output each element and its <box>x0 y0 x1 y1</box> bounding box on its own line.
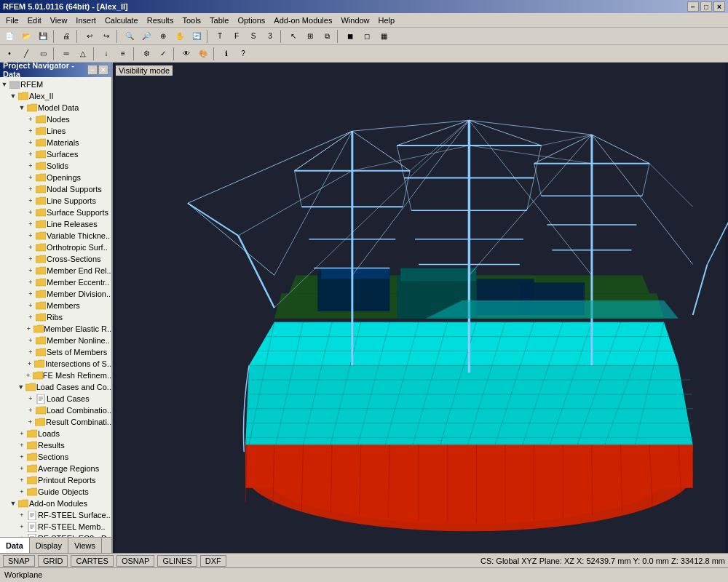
tree-toggle[interactable]: + <box>25 325 33 332</box>
tree-toggle[interactable]: + <box>26 186 35 193</box>
tree-toggle[interactable]: + <box>26 197 35 204</box>
node-btn[interactable]: • <box>1 47 17 61</box>
nav-title-buttons[interactable]: − × <box>87 65 108 75</box>
tree-toggle[interactable]: + <box>17 477 26 484</box>
help-btn[interactable]: ? <box>235 47 251 61</box>
tree-toggle[interactable]: + <box>26 232 35 239</box>
tree-item[interactable]: +Members <box>0 300 111 311</box>
nav-minimize-btn[interactable]: − <box>87 65 98 75</box>
tree-item[interactable]: +Load Cases <box>0 393 111 404</box>
menu-item-calculate[interactable]: Calculate <box>100 15 143 25</box>
tree-toggle[interactable]: ▼ <box>17 104 26 111</box>
tree-toggle[interactable]: + <box>26 220 35 228</box>
surface-btn[interactable]: ▭ <box>35 47 51 61</box>
viewport[interactable]: Visibility mode <box>113 63 728 553</box>
tree-toggle[interactable]: + <box>26 139 35 146</box>
pan-button[interactable]: ✋ <box>172 29 188 44</box>
tree-item[interactable]: ▼Add-on Modules <box>0 498 111 509</box>
view-top[interactable]: T <box>212 29 228 44</box>
tree-item[interactable]: +Result Combinati.. <box>0 416 111 428</box>
member-btn[interactable]: ═ <box>58 47 74 61</box>
shaded-button[interactable]: ▦ <box>376 29 392 44</box>
menu-item-options[interactable]: Options <box>233 15 269 25</box>
select-button[interactable]: ↖ <box>285 29 301 44</box>
menu-item-results[interactable]: Results <box>143 15 178 25</box>
tree-toggle[interactable]: + <box>26 302 35 309</box>
tree-item[interactable]: +Member End Rel.. <box>0 265 111 276</box>
tree-item[interactable]: ▼Model Data <box>0 102 111 113</box>
tree-toggle[interactable]: + <box>17 511 26 519</box>
view-front[interactable]: F <box>229 29 245 44</box>
tree-item[interactable]: +FE Mesh Refinem.. <box>0 370 111 381</box>
tree-item[interactable]: +Guide Objects <box>0 486 111 498</box>
support-btn[interactable]: △ <box>75 47 91 61</box>
menu-item-insert[interactable]: Insert <box>71 15 100 25</box>
tree-item[interactable]: +Loads <box>0 428 111 439</box>
tree-item[interactable]: +Ribs <box>0 311 111 323</box>
nav-close-btn[interactable]: × <box>98 65 108 75</box>
tree-item[interactable]: +Member Nonline.. <box>0 335 111 346</box>
close-button[interactable]: × <box>713 1 725 12</box>
tree-toggle[interactable]: + <box>17 442 26 449</box>
tree-item[interactable]: +Sets of Members <box>0 346 111 358</box>
dxf-button[interactable]: DXF <box>200 555 226 567</box>
tree-item[interactable]: +Lines <box>0 125 111 137</box>
tree-toggle[interactable]: + <box>26 290 35 298</box>
tree-item[interactable]: +Surface Supports <box>0 207 111 218</box>
tree-item[interactable]: +Solids <box>0 160 111 172</box>
tree-item[interactable]: +Variable Thickne.. <box>0 230 111 242</box>
tree-item[interactable]: +Surfaces <box>0 148 111 160</box>
tree-toggle[interactable]: + <box>26 116 35 123</box>
tree-item[interactable]: +Cross-Sections <box>0 253 111 265</box>
copy-button[interactable]: ⧉ <box>319 29 335 44</box>
glines-button[interactable]: GLINES <box>157 555 197 567</box>
tree-toggle[interactable]: + <box>26 348 35 356</box>
tree-toggle[interactable]: + <box>17 453 26 461</box>
menu-item-table[interactable]: Table <box>205 15 233 25</box>
rotate-button[interactable]: 🔄 <box>189 29 205 44</box>
tree-item[interactable]: +Openings <box>0 172 111 183</box>
wire-button[interactable]: ◻ <box>359 29 375 44</box>
move-button[interactable]: ⊞ <box>302 29 318 44</box>
tree-toggle[interactable]: + <box>26 162 35 170</box>
tree-toggle[interactable]: ▼ <box>9 500 17 507</box>
tab-views[interactable]: Views <box>68 538 102 553</box>
tree-item[interactable]: ▼Alex_II <box>0 90 111 102</box>
tree-toggle[interactable]: + <box>25 360 34 367</box>
tree-item[interactable]: +Member Division.. <box>0 288 111 300</box>
save-button[interactable]: 💾 <box>35 29 51 44</box>
tree-toggle[interactable]: + <box>26 418 35 426</box>
tree-item[interactable]: ▼Load Cases and Co.. <box>0 381 111 393</box>
tree-item[interactable]: +Member Elastic R.. <box>0 323 111 335</box>
tree-item[interactable]: +RF-STEEL Surface.. <box>0 509 111 521</box>
tree-toggle[interactable]: + <box>17 523 26 530</box>
tree-toggle[interactable]: + <box>17 488 26 495</box>
zoom-out-button[interactable]: 🔎 <box>138 29 154 44</box>
tree-toggle[interactable]: ▼ <box>17 383 25 391</box>
grid-button[interactable]: GRID <box>38 555 68 567</box>
color-btn[interactable]: 🎨 <box>195 47 211 61</box>
tree-toggle[interactable]: + <box>26 337 35 344</box>
tab-data[interactable]: Data <box>0 538 30 553</box>
undo-button[interactable]: ↩ <box>82 29 98 44</box>
tree-toggle[interactable]: + <box>17 430 26 437</box>
tree-item[interactable]: +Results <box>0 439 111 451</box>
menu-item-tools[interactable]: Tools <box>178 15 205 25</box>
tree-toggle[interactable]: + <box>26 267 35 274</box>
menu-item-view[interactable]: View <box>46 15 72 25</box>
minimize-button[interactable]: − <box>687 1 699 12</box>
tree-toggle[interactable]: + <box>24 372 32 379</box>
tree-toggle[interactable]: ▼ <box>9 92 17 100</box>
tree-item[interactable]: +Line Supports <box>0 195 111 207</box>
tree-toggle[interactable]: + <box>17 465 26 472</box>
tree-toggle[interactable]: + <box>26 151 35 158</box>
info-btn[interactable]: ℹ <box>218 47 234 61</box>
load-btn[interactable]: ↓ <box>98 47 114 61</box>
display-btn[interactable]: 👁 <box>178 47 194 61</box>
tree-item[interactable]: +Orthotropic Surf.. <box>0 242 111 253</box>
check-btn[interactable]: ✓ <box>155 47 171 61</box>
tree-item[interactable]: +Sections <box>0 451 111 463</box>
tree-item[interactable]: +Line Releases <box>0 218 111 230</box>
title-bar-controls[interactable]: − □ × <box>687 1 725 12</box>
tree-toggle[interactable]: + <box>26 279 35 286</box>
